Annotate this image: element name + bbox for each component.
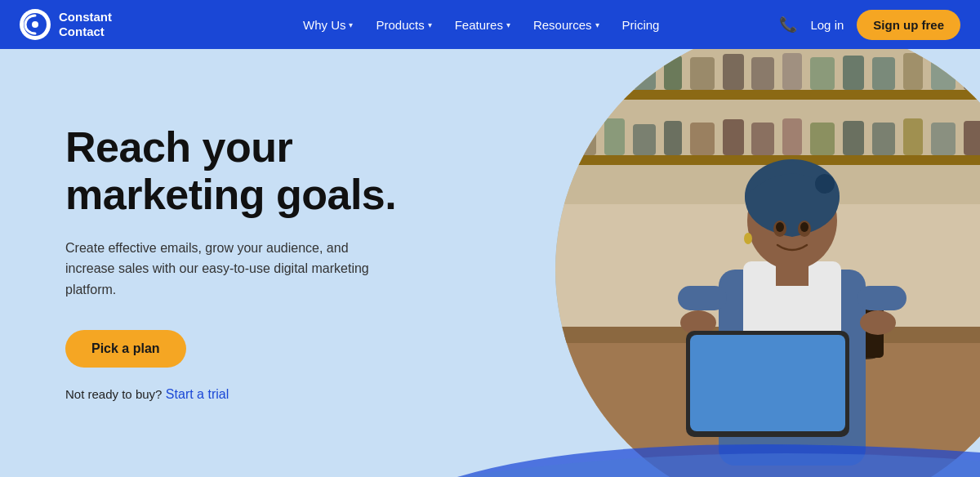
svg-rect-13 [751, 57, 774, 90]
svg-rect-15 [810, 57, 835, 90]
svg-rect-28 [751, 123, 774, 155]
svg-point-55 [800, 222, 808, 232]
svg-rect-16 [843, 56, 864, 90]
svg-rect-10 [664, 56, 682, 90]
nav-item-resources[interactable]: Resources ▾ [523, 11, 609, 38]
svg-point-51 [815, 174, 835, 194]
svg-rect-17 [872, 57, 895, 90]
svg-rect-32 [872, 123, 895, 155]
svg-rect-22 [572, 123, 596, 155]
hero-description: Create effective emails, grow your audie… [65, 238, 376, 301]
nav-links: Why Us ▾ Products ▾ Features ▾ Resources… [183, 11, 779, 38]
svg-point-59 [860, 310, 896, 335]
logo[interactable]: Constant Contact [20, 9, 150, 40]
svg-rect-23 [604, 118, 625, 155]
svg-rect-12 [723, 54, 744, 90]
login-button[interactable]: Log in [810, 18, 844, 32]
svg-rect-26 [690, 123, 715, 155]
svg-rect-24 [633, 124, 656, 155]
svg-rect-57 [858, 286, 906, 310]
svg-rect-9 [633, 59, 656, 90]
svg-rect-30 [810, 123, 835, 155]
svg-rect-29 [782, 118, 802, 155]
svg-point-62 [744, 233, 752, 244]
svg-rect-56 [678, 286, 727, 310]
svg-rect-18 [903, 53, 923, 90]
trial-section: Not ready to buy? Start a trial [65, 387, 408, 402]
nav-item-pricing[interactable]: Pricing [612, 11, 670, 38]
svg-rect-20 [964, 56, 980, 90]
chevron-down-icon: ▾ [349, 20, 353, 29]
chevron-down-icon: ▾ [428, 20, 432, 29]
nav-item-features[interactable]: Features ▾ [445, 11, 520, 38]
svg-rect-27 [723, 119, 744, 155]
trial-link[interactable]: Start a trial [166, 387, 229, 401]
hero-title: Reach your marketing goals. [65, 124, 408, 217]
nav-item-products[interactable]: Products ▾ [366, 11, 441, 38]
cta-button[interactable]: Pick a plan [65, 330, 186, 368]
nav-item-why-us[interactable]: Why Us ▾ [293, 11, 363, 38]
trial-prefix: Not ready to buy? [65, 387, 162, 401]
hero-image-area [457, 49, 980, 477]
logo-icon [20, 9, 51, 40]
svg-rect-14 [782, 53, 802, 90]
signup-button[interactable]: Sign up free [857, 10, 960, 40]
navbar: Constant Contact Why Us ▾ Products ▾ Fea… [0, 0, 980, 49]
svg-point-2 [32, 21, 38, 28]
chevron-down-icon: ▾ [595, 20, 599, 29]
phone-icon: 📞 [779, 16, 797, 33]
svg-rect-31 [843, 121, 864, 155]
svg-rect-25 [664, 121, 682, 155]
svg-rect-19 [931, 57, 956, 90]
svg-rect-7 [572, 57, 596, 90]
svg-rect-6 [555, 155, 980, 165]
chevron-down-icon: ▾ [506, 20, 510, 29]
logo-text: Constant Contact [59, 10, 112, 39]
svg-point-54 [776, 222, 784, 232]
svg-rect-8 [604, 53, 625, 90]
hero-content: Reach your marketing goals. Create effec… [0, 75, 457, 450]
svg-rect-34 [931, 123, 956, 155]
svg-rect-5 [555, 90, 980, 100]
svg-rect-49 [776, 261, 808, 286]
svg-rect-35 [964, 121, 980, 155]
blue-accent-curve [457, 395, 980, 477]
svg-rect-11 [690, 57, 715, 90]
svg-rect-33 [903, 118, 923, 155]
hero-section: Reach your marketing goals. Create effec… [0, 49, 980, 477]
nav-actions: 📞 Log in Sign up free [779, 10, 960, 40]
